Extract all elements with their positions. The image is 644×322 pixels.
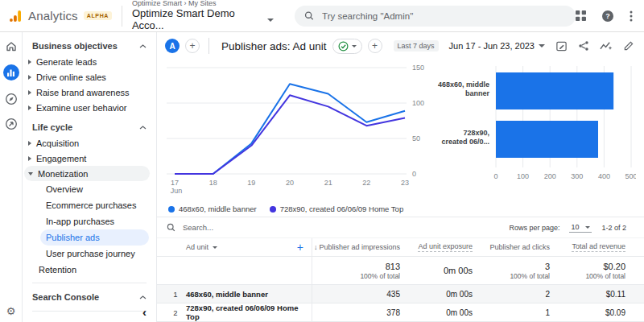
sidebar-item-acquisition[interactable]: Acquisition [23, 135, 156, 151]
table-totals-row: 813 100% of total 0m 00s 3 100% of total… [157, 257, 644, 285]
rows-per-page-label: Rows per page: [509, 224, 559, 232]
row-revenue: $0.09 [550, 303, 625, 321]
alpha-badge: ALPHA [84, 11, 112, 20]
advertising-icon[interactable] [5, 118, 18, 130]
more-menu-icon[interactable] [630, 10, 633, 22]
chevron-down-icon [213, 246, 217, 249]
account-switcher[interactable]: Optimize Smart › My Sites Optimize Smart… [132, 0, 274, 32]
sidebar-item-retention[interactable]: Retention [23, 262, 156, 277]
sidebar-item-monetization[interactable]: Monetization [24, 166, 150, 181]
table-toolbar: Rows per page: 10 1-2 of 2 [157, 217, 644, 238]
apps-grid-icon[interactable] [576, 10, 586, 21]
edit-comparisons-icon[interactable] [555, 40, 568, 52]
sidebar-item-engagement[interactable]: Engagement [23, 151, 156, 166]
svg-text:0: 0 [412, 170, 416, 178]
svg-text:20: 20 [286, 179, 294, 187]
column-header-clicks[interactable]: Publisher ad clicks [473, 238, 550, 256]
sidebar-item-raise-brand-awareness[interactable]: Raise brand awareness [23, 85, 156, 100]
expand-right-icon [28, 90, 31, 95]
row-clicks: 2 [473, 285, 550, 303]
column-header-impressions[interactable]: ↓ Publisher ad impressions [312, 238, 400, 256]
row-clicks: 1 [473, 303, 550, 321]
table-row[interactable]: 1 468x60, middle banner 435 0m 00s 2 $0.… [157, 285, 644, 303]
account-name: Optimize Smart Demo Acco... [132, 8, 262, 32]
global-search-input[interactable] [320, 10, 566, 22]
sidebar-item-generate-leads[interactable]: Generate leads [23, 54, 156, 69]
divider [208, 38, 209, 54]
section-life-cycle[interactable]: Life cycle [23, 119, 156, 135]
row-ad-unit: 468x60, middle banner [186, 285, 312, 303]
reports-icon[interactable] [3, 64, 19, 80]
comparison-chip-a[interactable]: A [165, 39, 180, 53]
sidebar-item-ecommerce-purchases[interactable]: Ecommerce purchases [23, 197, 156, 213]
svg-text:18: 18 [209, 179, 217, 187]
share-icon[interactable] [578, 40, 589, 52]
column-header-revenue[interactable]: Total ad revenue [550, 238, 625, 256]
svg-text:0: 0 [493, 172, 497, 180]
section-search-console[interactable]: Search Console [23, 289, 156, 305]
sidebar-item-examine-user-behavior[interactable]: Examine user behavior [23, 100, 156, 115]
column-header-exposure[interactable]: Ad unit exposure [400, 238, 473, 256]
report-sidebar: Business objectives Generate leads Drive… [23, 32, 157, 322]
topbar-actions: ? [576, 10, 633, 22]
row-impressions: 378 [312, 303, 400, 321]
bar-chart-block: 0100200300400500468x60, middlebanner728x… [433, 61, 636, 193]
column-header-ad-unit[interactable]: Ad unit [186, 243, 217, 251]
legend-dot-icon [270, 206, 276, 213]
chevron-up-icon [139, 295, 147, 299]
table-search-input[interactable] [181, 222, 305, 233]
line-chart-block: 05010015017Jun181920212223 468x60, middl… [167, 61, 432, 213]
svg-text:200: 200 [544, 172, 556, 180]
date-range-picker[interactable]: Jun 17 - Jun 23, 2023 [449, 41, 545, 51]
add-comparison-button[interactable]: + [185, 39, 200, 53]
row-impressions: 435 [312, 285, 400, 303]
totals-clicks-sub: 100% of total [510, 272, 550, 280]
divider [32, 311, 147, 312]
data-table-section: Rows per page: 10 1-2 of 2 Ad unit [157, 217, 644, 322]
explore-icon[interactable] [5, 93, 18, 105]
totals-exposure: 0m 00s [444, 266, 473, 275]
chevron-down-icon [539, 44, 545, 47]
topbar: Analytics ALPHA Optimize Smart › My Site… [0, 0, 644, 32]
add-column-button[interactable]: + [297, 242, 303, 253]
search-icon [304, 10, 314, 21]
help-icon[interactable]: ? [602, 10, 613, 22]
svg-text:17: 17 [171, 179, 179, 187]
sidebar-item-drive-online-sales[interactable]: Drive online sales [23, 69, 156, 85]
report-status-dropdown[interactable] [332, 39, 362, 54]
home-icon[interactable] [5, 39, 18, 52]
chevron-down-icon [585, 226, 590, 229]
add-report-tab-button[interactable]: + [368, 39, 382, 53]
svg-text:728x90,: 728x90, [463, 129, 489, 137]
analytics-logo[interactable]: Analytics ALPHA [8, 9, 112, 23]
sidebar-item-in-app-purchases[interactable]: In-app purchases [23, 213, 156, 229]
svg-text:50: 50 [412, 134, 420, 142]
insights-icon[interactable] [600, 40, 613, 52]
edit-report-icon[interactable] [623, 40, 634, 52]
pagination-label: 1-2 of 2 [601, 224, 626, 232]
rows-per-page-select[interactable]: 10 [569, 222, 592, 233]
svg-text:300: 300 [571, 172, 583, 180]
chevron-down-icon [352, 45, 357, 47]
table-header-row: Ad unit + ↓ Publisher ad impressions Ad … [157, 238, 644, 257]
expand-down-icon [28, 172, 33, 175]
sidebar-collapse-button[interactable]: ‹ [142, 305, 147, 319]
svg-text:19: 19 [247, 179, 255, 187]
sidebar-item-user-purchase-journey[interactable]: User purchase journey [23, 246, 156, 262]
global-search[interactable] [295, 6, 576, 27]
table-row[interactable]: 2 728x90, created 06/06/09 Home Top 378 … [157, 303, 644, 322]
section-business-objectives[interactable]: Business objectives [23, 38, 156, 54]
row-exposure: 0m 00s [400, 285, 473, 303]
row-ad-unit: 728x90, created 06/06/09 Home Top [186, 303, 312, 321]
expand-right-icon [28, 75, 31, 80]
totals-impressions-sub: 100% of total [360, 272, 400, 280]
legend-item: 468x60, middle banner [168, 204, 257, 213]
sidebar-item-publisher-ads[interactable]: Publisher ads [40, 229, 149, 246]
sidebar-item-overview[interactable]: Overview [23, 181, 156, 197]
totals-revenue-sub: 100% of total [585, 272, 625, 280]
date-preset-chip: Last 7 days [394, 40, 439, 52]
bar-chart: 0100200300400500468x60, middlebanner728x… [433, 61, 636, 190]
expand-right-icon [28, 105, 31, 110]
chevron-up-icon [139, 126, 147, 130]
admin-gear-icon[interactable]: ⚙ [6, 305, 16, 317]
